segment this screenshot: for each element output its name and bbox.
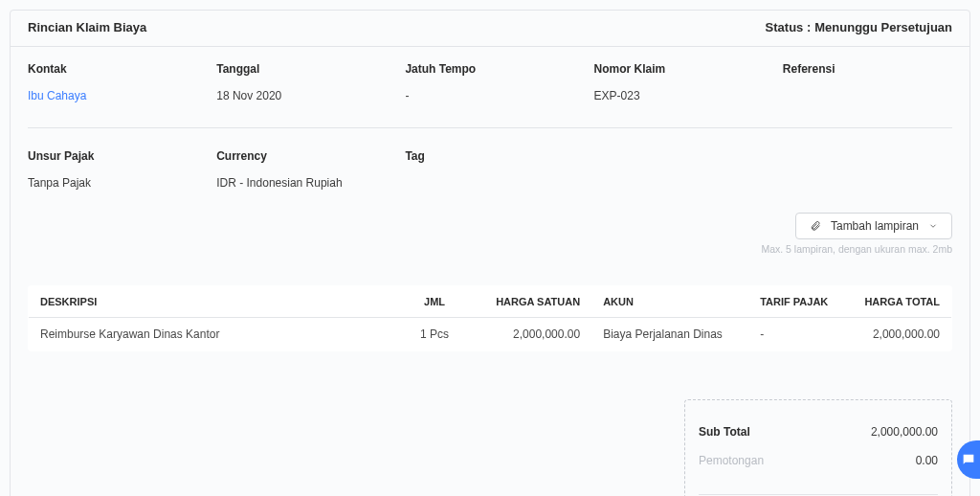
col-akun: AKUN bbox=[591, 286, 748, 318]
col-deskripsi: DESKRIPSI bbox=[29, 286, 398, 318]
expense-detail-panel: Rincian Klaim Biaya Status : Menunggu Pe… bbox=[10, 10, 970, 496]
cell-tarif-pajak: - bbox=[748, 318, 841, 351]
subtotal-label: Sub Total bbox=[699, 425, 750, 439]
nomor-klaim-value: EXP-023 bbox=[594, 89, 764, 102]
info-section-1: Kontak Ibu Cahaya Tanggal 18 Nov 2020 Ja… bbox=[11, 47, 969, 122]
col-tarif-pajak: TARIF PAJAK bbox=[748, 286, 841, 318]
summary-pemotongan-row: Pemotongan 0.00 bbox=[699, 446, 938, 475]
kontak-link[interactable]: Ibu Cahaya bbox=[28, 89, 197, 102]
cell-deskripsi: Reimburse Karyawan Dinas Kantor bbox=[29, 318, 398, 351]
col-harga-total: HARGA TOTAL bbox=[841, 286, 952, 318]
pemotongan-value: 0.00 bbox=[916, 454, 938, 467]
referensi-label: Referensi bbox=[783, 62, 952, 76]
cell-harga-total: 2,000,000.00 bbox=[841, 318, 952, 351]
add-attachment-button[interactable]: Tambah lampiran bbox=[795, 213, 952, 239]
add-attachment-label: Tambah lampiran bbox=[831, 219, 919, 233]
status-display: Status : Menunggu Persetujuan bbox=[766, 20, 952, 34]
attachment-hint: Max. 5 lampiran, dengan ukuran max. 2mb bbox=[761, 243, 952, 255]
tag-label: Tag bbox=[405, 149, 574, 163]
unsur-pajak-value: Tanpa Pajak bbox=[28, 176, 197, 190]
col-jml: JML bbox=[398, 286, 472, 318]
currency-label: Currency bbox=[216, 149, 386, 163]
paperclip-icon bbox=[810, 220, 821, 232]
divider bbox=[28, 127, 952, 128]
chevron-down-icon bbox=[928, 221, 938, 231]
jatuh-tempo-value: - bbox=[405, 89, 574, 102]
currency-value: IDR - Indonesian Rupiah bbox=[216, 176, 386, 190]
col-harga-satuan: HARGA SATUAN bbox=[472, 286, 591, 318]
kontak-label: Kontak bbox=[28, 62, 197, 76]
status-value: Menunggu Persetujuan bbox=[814, 20, 952, 34]
tanggal-value: 18 Nov 2020 bbox=[216, 89, 386, 102]
tanggal-label: Tanggal bbox=[216, 62, 386, 76]
chat-icon bbox=[961, 452, 976, 467]
table-header-row: DESKRIPSI JML HARGA SATUAN AKUN TARIF PA… bbox=[29, 286, 952, 318]
pemotongan-label: Pemotongan bbox=[699, 454, 764, 467]
nomor-klaim-label: Nomor Klaim bbox=[594, 62, 764, 76]
summary-box: Sub Total 2,000,000.00 Pemotongan 0.00 T… bbox=[684, 399, 952, 496]
status-label: Status : bbox=[766, 20, 812, 34]
cell-jml: 1 Pcs bbox=[398, 318, 472, 351]
attachment-area: Tambah lampiran Max. 5 lampiran, dengan … bbox=[11, 209, 969, 262]
unsur-pajak-label: Unsur Pajak bbox=[28, 149, 197, 163]
cell-harga-satuan: 2,000,000.00 bbox=[472, 318, 591, 351]
panel-header: Rincian Klaim Biaya Status : Menunggu Pe… bbox=[11, 11, 969, 47]
line-items-table: DESKRIPSI JML HARGA SATUAN AKUN TARIF PA… bbox=[28, 285, 952, 351]
cell-akun: Biaya Perjalanan Dinas bbox=[591, 318, 748, 351]
jatuh-tempo-label: Jatuh Tempo bbox=[405, 62, 574, 76]
summary-subtotal-row: Sub Total 2,000,000.00 bbox=[699, 417, 938, 446]
subtotal-value: 2,000,000.00 bbox=[871, 425, 938, 439]
info-section-2: Unsur Pajak Tanpa Pajak Currency IDR - I… bbox=[11, 134, 969, 209]
table-row: Reimburse Karyawan Dinas Kantor 1 Pcs 2,… bbox=[29, 318, 952, 351]
page-title: Rincian Klaim Biaya bbox=[28, 20, 146, 34]
